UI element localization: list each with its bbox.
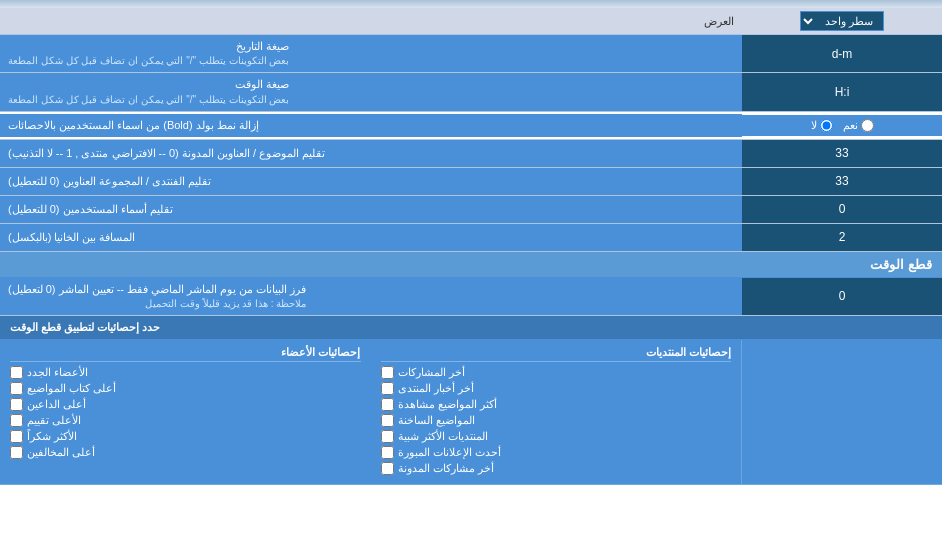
stat-forum-1[interactable]: أخر المشاركات bbox=[381, 366, 732, 379]
realtime-input-cell bbox=[742, 278, 942, 315]
stat-member-5[interactable]: الأكثر شكراً bbox=[10, 430, 361, 443]
time-format-label: صيغة الوقت بعض التكوينات يتطلب "/" التي … bbox=[0, 73, 742, 110]
stat-forum-5[interactable]: المنتديات الأكثر شبية bbox=[381, 430, 732, 443]
topics-trim-label: تقليم الموضوع / العناوين المدونة (0 -- ا… bbox=[0, 140, 742, 167]
time-format-input[interactable] bbox=[748, 85, 936, 99]
realtime-input[interactable] bbox=[748, 289, 936, 303]
bold-yes-radio[interactable] bbox=[861, 119, 874, 132]
topics-trim-input-cell bbox=[742, 140, 942, 167]
stat-forum-4[interactable]: المواضيع الساخنة bbox=[381, 414, 732, 427]
stat-forum-3[interactable]: أكثر المواضيع مشاهدة bbox=[381, 398, 732, 411]
users-trim-input-cell bbox=[742, 196, 942, 223]
forum-trim-input-cell bbox=[742, 168, 942, 195]
bold-yes-label[interactable]: نعم bbox=[843, 119, 874, 132]
format-select[interactable]: سطر واحد سطرين ثلاثة أسطر bbox=[800, 11, 884, 31]
time-format-input-cell bbox=[742, 73, 942, 110]
stats-col-forums: إحصائيات المنتديات أخر المشاركات أخر أخب… bbox=[371, 340, 743, 484]
stat-member-1[interactable]: الأعضاء الجدد bbox=[10, 366, 361, 379]
stats-col-members: إحصائيات الأعضاء الأعضاء الجدد أعلى كتاب… bbox=[0, 340, 371, 484]
bold-row: نعم لا إزالة نمط بولد (Bold) من اسماء ال… bbox=[0, 112, 942, 140]
bold-label: إزالة نمط بولد (Bold) من اسماء المستخدمي… bbox=[0, 114, 742, 137]
format-select-cell: سطر واحد سطرين ثلاثة أسطر bbox=[742, 8, 942, 34]
stats-limit-label: حدد إحصائيات لتطبيق قطع الوقت bbox=[0, 316, 742, 339]
stat-forum-7[interactable]: أخر مشاركات المدونة bbox=[381, 462, 732, 475]
stat-member-2[interactable]: أعلى كتاب المواضيع bbox=[10, 382, 361, 395]
topics-trim-input[interactable] bbox=[748, 146, 936, 160]
display-format-row: سطر واحد سطرين ثلاثة أسطر العرض bbox=[0, 8, 942, 35]
stats-limit-left bbox=[742, 316, 942, 339]
stats-grid: إحصائيات المنتديات أخر المشاركات أخر أخب… bbox=[0, 340, 942, 485]
users-trim-label: تقليم أسماء المستخدمين (0 للتعطيل) bbox=[0, 196, 742, 223]
spacing-input[interactable] bbox=[748, 230, 936, 244]
forums-col-title: إحصائيات المنتديات bbox=[381, 346, 732, 362]
stat-member-4[interactable]: الأعلى تقييم bbox=[10, 414, 361, 427]
stat-member-6[interactable]: أعلى المخالفين bbox=[10, 446, 361, 459]
date-format-input[interactable] bbox=[748, 47, 936, 61]
stat-forum-6[interactable]: أحدث الإعلانات المبورة bbox=[381, 446, 732, 459]
forum-trim-input[interactable] bbox=[748, 174, 936, 188]
users-trim-row: تقليم أسماء المستخدمين (0 للتعطيل) bbox=[0, 196, 942, 224]
time-format-row: صيغة الوقت بعض التكوينات يتطلب "/" التي … bbox=[0, 73, 942, 111]
top-bar bbox=[0, 0, 942, 8]
stats-limit-row: حدد إحصائيات لتطبيق قطع الوقت bbox=[0, 316, 942, 340]
date-format-label: صيغة التاريخ بعض التكوينات يتطلب "/" الت… bbox=[0, 35, 742, 72]
realtime-row: فرز البيانات من يوم الماشر الماضي فقط --… bbox=[0, 278, 942, 316]
format-label: العرض bbox=[0, 11, 742, 32]
forum-trim-label: تقليم الفنتدى / المجموعة العناوين (0 للت… bbox=[0, 168, 742, 195]
spacing-row: المسافة بين الخانيا (بالبكسل) bbox=[0, 224, 942, 252]
forum-trim-row: تقليم الفنتدى / المجموعة العناوين (0 للت… bbox=[0, 168, 942, 196]
users-trim-input[interactable] bbox=[748, 202, 936, 216]
stats-empty-left bbox=[742, 340, 942, 484]
date-format-input-cell bbox=[742, 35, 942, 72]
bold-no-label[interactable]: لا bbox=[811, 119, 833, 132]
spacing-label: المسافة بين الخانيا (بالبكسل) bbox=[0, 224, 742, 251]
topics-trim-row: تقليم الموضوع / العناوين المدونة (0 -- ا… bbox=[0, 140, 942, 168]
realtime-label: فرز البيانات من يوم الماشر الماضي فقط --… bbox=[0, 278, 742, 315]
date-format-row: صيغة التاريخ بعض التكوينات يتطلب "/" الت… bbox=[0, 35, 942, 73]
bold-radio-cell: نعم لا bbox=[742, 115, 942, 136]
stat-member-3[interactable]: أعلى الداعين bbox=[10, 398, 361, 411]
main-container: سطر واحد سطرين ثلاثة أسطر العرض صيغة الت… bbox=[0, 0, 942, 485]
stat-forum-2[interactable]: أخر أخبار المنتدى bbox=[381, 382, 732, 395]
realtime-section-header: قطع الوقت bbox=[0, 252, 942, 278]
bold-no-radio[interactable] bbox=[820, 119, 833, 132]
members-col-title: إحصائيات الأعضاء bbox=[10, 346, 361, 362]
spacing-input-cell bbox=[742, 224, 942, 251]
